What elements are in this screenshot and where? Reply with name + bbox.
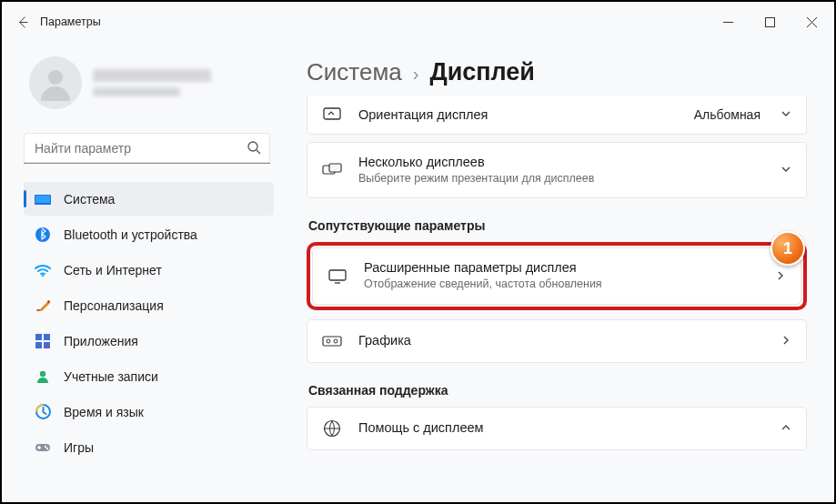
svg-rect-22: [323, 337, 341, 346]
svg-rect-7: [36, 309, 41, 311]
sidebar-item-label: Сеть и Интернет: [64, 263, 162, 277]
setting-title: Графика: [358, 332, 764, 349]
setting-subtitle: Отображение сведений, частота обновления: [364, 277, 759, 293]
svg-rect-11: [35, 342, 42, 348]
setting-title: Расширенные параметры дисплея: [364, 259, 759, 277]
sidebar-item-label: Система: [64, 192, 115, 207]
sidebar: Система Bluetooth и устройства Сеть и Ин…: [4, 40, 281, 500]
sidebar-item-network[interactable]: Сеть и Интернет: [24, 253, 274, 287]
help-icon: [322, 418, 342, 438]
chevron-up-icon: [781, 420, 791, 437]
setting-help-display[interactable]: Помощь с дисплеем: [307, 407, 807, 450]
avatar: [29, 56, 82, 109]
profile-block[interactable]: [24, 40, 274, 116]
svg-rect-18: [324, 108, 340, 119]
svg-point-24: [334, 339, 337, 343]
chevron-down-icon: [781, 106, 791, 123]
chevron-right-icon: ›: [413, 64, 419, 85]
content-area: Система › Дисплей Ориентация дисплея Аль…: [281, 40, 832, 500]
svg-rect-10: [44, 334, 50, 340]
setting-subtitle: Выберите режим презентации для дисплеев: [358, 171, 764, 187]
gaming-icon: [35, 439, 51, 456]
network-icon: [35, 262, 51, 278]
sidebar-item-label: Приложения: [64, 334, 138, 348]
search-icon: [247, 140, 261, 158]
svg-rect-4: [35, 196, 50, 203]
graphics-icon: [322, 331, 342, 351]
sidebar-item-label: Время и язык: [64, 405, 144, 419]
setting-title: Помощь с дисплеем: [358, 419, 764, 437]
bluetooth-icon: [35, 227, 51, 243]
maximize-button[interactable]: [749, 4, 791, 40]
svg-rect-21: [329, 270, 346, 280]
sidebar-item-time[interactable]: Время и язык: [24, 395, 274, 428]
time-icon: [35, 404, 51, 420]
setting-title: Ориентация дисплея: [358, 106, 678, 124]
svg-point-6: [42, 274, 45, 276]
back-button[interactable]: [4, 4, 40, 40]
sidebar-item-accounts[interactable]: Учетные записи: [24, 359, 274, 393]
system-icon: [35, 191, 51, 207]
svg-rect-12: [44, 342, 50, 348]
accounts-icon: [35, 368, 51, 385]
close-button[interactable]: [791, 4, 832, 40]
orientation-icon: [322, 105, 342, 125]
svg-point-23: [327, 339, 330, 343]
svg-rect-20: [329, 164, 341, 172]
svg-rect-9: [35, 334, 42, 340]
chevron-down-icon: [781, 162, 791, 178]
sidebar-item-label: Учетные записи: [64, 369, 158, 384]
sidebar-item-apps[interactable]: Приложения: [24, 324, 274, 358]
svg-point-17: [46, 447, 48, 449]
section-support: Связанная поддержка: [308, 383, 807, 398]
nav-list: Система Bluetooth и устройства Сеть и Ин…: [24, 182, 274, 464]
sidebar-item-label: Персонализация: [64, 298, 164, 313]
sidebar-item-personalization[interactable]: Персонализация: [24, 288, 274, 322]
sidebar-item-system[interactable]: Система: [24, 182, 274, 216]
setting-graphics[interactable]: Графика: [307, 319, 807, 363]
chevron-right-icon: [775, 268, 786, 285]
svg-point-1: [48, 70, 63, 85]
breadcrumb-current: Дисплей: [429, 58, 535, 86]
svg-point-13: [40, 370, 45, 376]
setting-multiple-displays[interactable]: Несколько дисплеев Выберите режим презен…: [307, 142, 807, 198]
setting-advanced-display[interactable]: Расширенные параметры дисплея Отображени…: [312, 247, 801, 304]
window-title: Параметры: [40, 15, 101, 28]
chevron-right-icon: [781, 333, 791, 349]
svg-point-16: [45, 445, 46, 447]
sidebar-item-gaming[interactable]: Игры: [24, 430, 274, 464]
multiple-displays-icon: [322, 160, 342, 180]
breadcrumb-parent[interactable]: Система: [307, 58, 402, 86]
setting-orientation[interactable]: Ориентация дисплея Альбомная: [307, 96, 807, 135]
setting-title: Несколько дисплеев: [358, 154, 764, 171]
search-box[interactable]: [24, 133, 270, 164]
search-input[interactable]: [24, 133, 270, 164]
sidebar-item-label: Bluetooth и устройства: [64, 227, 197, 242]
breadcrumb: Система › Дисплей: [307, 58, 807, 86]
section-related: Сопутствующие параметры: [308, 218, 807, 233]
profile-email-redacted: [93, 87, 180, 96]
svg-rect-0: [765, 17, 774, 26]
monitor-icon: [327, 267, 347, 287]
sidebar-item-bluetooth[interactable]: Bluetooth и устройства: [24, 217, 274, 251]
minimize-button[interactable]: [707, 4, 749, 40]
svg-point-8: [47, 300, 50, 303]
svg-point-2: [248, 142, 257, 151]
setting-value: Альбомная: [694, 107, 760, 122]
title-bar: Параметры: [4, 4, 832, 40]
annotation-badge: 1: [771, 231, 805, 266]
apps-icon: [35, 333, 51, 349]
personalization-icon: [35, 297, 51, 314]
annotation-highlight: Расширенные параметры дисплея Отображени…: [307, 242, 807, 309]
profile-name-redacted: [93, 69, 211, 82]
sidebar-item-label: Игры: [64, 440, 94, 455]
